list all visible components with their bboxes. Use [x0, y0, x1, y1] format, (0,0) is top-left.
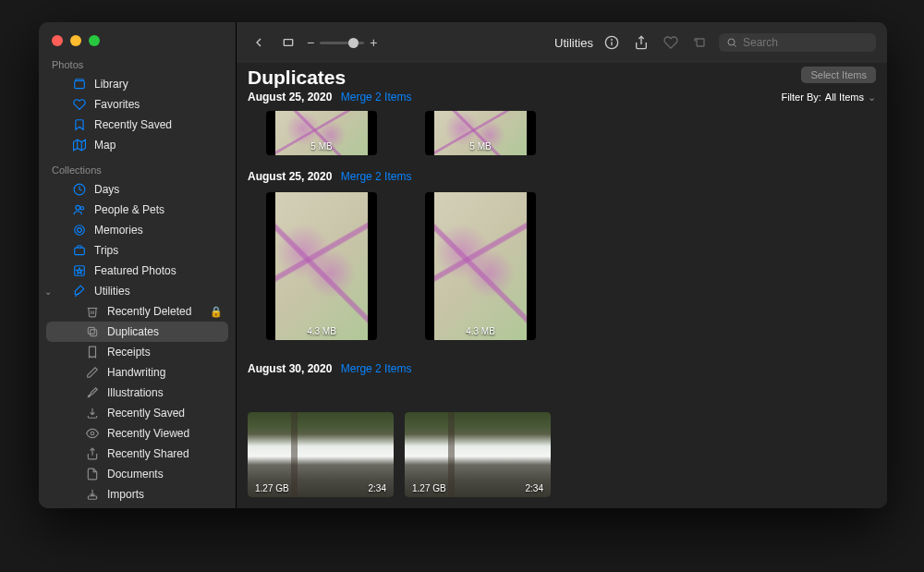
- zoom-out-icon[interactable]: −: [307, 35, 314, 50]
- sidebar-item-label: Recently Viewed: [107, 427, 189, 440]
- group-date: August 30, 2020: [248, 362, 332, 375]
- photo-thumbnail[interactable]: 5 MB: [425, 111, 536, 155]
- sidebar-item-label: Recently Saved: [107, 407, 185, 420]
- svg-point-25: [612, 40, 613, 41]
- library-icon: [72, 77, 87, 91]
- sidebar-item-label: Receipts: [107, 346, 151, 359]
- toolbar-title: Utilities: [554, 36, 593, 50]
- thumbnail-image: [434, 192, 527, 340]
- close-window-button[interactable]: [52, 35, 63, 46]
- sidebar-item-recently-shared[interactable]: Recently Shared: [39, 444, 236, 464]
- rotate-button[interactable]: [689, 31, 711, 54]
- svg-rect-14: [88, 327, 94, 334]
- duration-label: 2:34: [369, 483, 386, 493]
- section-header-collections: Collections: [39, 161, 236, 179]
- duration-label: 2:34: [526, 483, 543, 493]
- sidebar-item-label: Favorites: [94, 98, 140, 111]
- sidebar-item-media-types[interactable]: › Media Types: [39, 505, 236, 508]
- photo-thumbnail[interactable]: 4.3 MB: [266, 192, 377, 340]
- sidebar-item-days[interactable]: Days: [39, 179, 236, 200]
- search-field[interactable]: [719, 33, 876, 52]
- favorite-button[interactable]: [660, 31, 682, 54]
- svg-marker-2: [74, 140, 86, 151]
- duplicate-group: 5 MB 5 MB: [248, 111, 887, 161]
- sidebar-item-duplicates[interactable]: Duplicates: [46, 322, 228, 342]
- svg-point-28: [728, 39, 735, 45]
- page-title: Duplicates: [248, 67, 346, 89]
- sidebar-item-label: Trips: [94, 244, 118, 257]
- maximize-window-button[interactable]: [89, 35, 100, 46]
- photo-thumbnail[interactable]: 4.3 MB: [425, 192, 536, 340]
- section-header-photos: Photos: [39, 55, 236, 74]
- info-button[interactable]: [601, 31, 623, 54]
- slider-track[interactable]: [320, 42, 364, 44]
- sidebar-item-receipts[interactable]: Receipts: [39, 342, 236, 362]
- duplicate-group: August 25, 2020 Merge 2 Items 4.3 MB 4.3…: [248, 161, 887, 353]
- star-icon: [72, 263, 87, 278]
- zoom-in-icon[interactable]: +: [370, 35, 377, 50]
- select-items-button[interactable]: Select Items: [801, 67, 876, 83]
- sidebar-item-favorites[interactable]: Favorites: [39, 94, 236, 115]
- sidebar-item-map[interactable]: Map: [39, 135, 236, 155]
- minimize-window-button[interactable]: [70, 35, 81, 46]
- sidebar-item-illustrations[interactable]: Illustrations: [39, 383, 236, 403]
- sidebar-item-trips[interactable]: Trips: [39, 240, 236, 261]
- sidebar-item-utilities[interactable]: ⌄ Utilities: [39, 281, 236, 301]
- sidebar: Photos Library Favorites Recently Saved …: [39, 22, 237, 508]
- svg-marker-12: [77, 268, 82, 274]
- toolbar: − + Utilities: [237, 22, 887, 63]
- video-thumbnail[interactable]: 1.27 GB 2:34: [405, 412, 551, 497]
- suitcase-icon: [72, 243, 87, 258]
- sidebar-item-label: Featured Photos: [94, 264, 176, 277]
- merge-link[interactable]: Merge 2 Items: [341, 362, 412, 375]
- search-input[interactable]: [743, 36, 869, 49]
- sidebar-item-recently-deleted[interactable]: Recently Deleted 🔒: [39, 301, 236, 322]
- merge-link[interactable]: Merge 2 Items: [341, 170, 412, 183]
- back-button[interactable]: [248, 31, 270, 54]
- search-icon: [726, 37, 737, 48]
- slider-knob[interactable]: [348, 38, 359, 48]
- sidebar-item-people-pets[interactable]: People & Pets: [39, 200, 236, 220]
- sidebar-item-label: Utilities: [94, 285, 130, 298]
- download-icon: [85, 406, 100, 420]
- sidebar-item-label: Memories: [94, 224, 143, 237]
- sidebar-item-handwriting[interactable]: Handwriting: [39, 362, 236, 383]
- sidebar-item-label: Library: [94, 78, 128, 91]
- file-size-label: 4.3 MB: [425, 326, 536, 336]
- sidebar-item-recently-saved[interactable]: Recently Saved: [39, 115, 236, 135]
- lock-icon: 🔒: [210, 306, 223, 318]
- disclosure-triangle-icon[interactable]: ⌄: [44, 286, 52, 297]
- share-button[interactable]: [630, 31, 652, 54]
- filter-label: Filter By:: [781, 91, 821, 103]
- svg-rect-17: [88, 496, 96, 500]
- svg-point-15: [91, 432, 94, 435]
- document-icon: [85, 467, 100, 481]
- zoom-slider[interactable]: − +: [307, 35, 377, 50]
- filter-value: All Items: [825, 91, 864, 103]
- group-date: August 25, 2020: [248, 91, 332, 103]
- sidebar-item-recently-saved-util[interactable]: Recently Saved: [39, 403, 236, 423]
- svg-point-9: [78, 228, 82, 233]
- sidebar-item-documents[interactable]: Documents: [39, 464, 236, 484]
- receipt-icon: [85, 345, 100, 359]
- sidebar-item-featured-photos[interactable]: Featured Photos: [39, 261, 236, 281]
- filter-dropdown[interactable]: Filter By: All Items ⌄: [781, 91, 876, 103]
- group-header: August 25, 2020 Merge 2 Items: [248, 161, 887, 192]
- sidebar-item-recently-viewed[interactable]: Recently Viewed: [39, 423, 236, 444]
- aspect-button[interactable]: [277, 31, 299, 54]
- pencil-icon: [85, 365, 100, 380]
- sidebar-item-imports[interactable]: Imports: [39, 484, 236, 505]
- group-header: August 25, 2020 Merge 2 Items: [248, 91, 411, 103]
- sidebar-item-label: Handwriting: [107, 366, 165, 379]
- video-thumbnail[interactable]: 1.27 GB 2:34: [248, 412, 394, 497]
- svg-point-8: [75, 225, 85, 236]
- photo-thumbnail[interactable]: 5 MB: [266, 111, 377, 155]
- sidebar-item-label: Duplicates: [107, 325, 159, 338]
- file-size-label: 1.27 GB: [412, 483, 446, 493]
- merge-link[interactable]: Merge 2 Items: [341, 91, 412, 103]
- file-size-label: 1.27 GB: [255, 483, 289, 493]
- sidebar-item-library[interactable]: Library: [39, 74, 236, 94]
- eye-icon: [85, 426, 100, 441]
- share-icon: [85, 446, 100, 461]
- sidebar-item-memories[interactable]: Memories: [39, 220, 236, 240]
